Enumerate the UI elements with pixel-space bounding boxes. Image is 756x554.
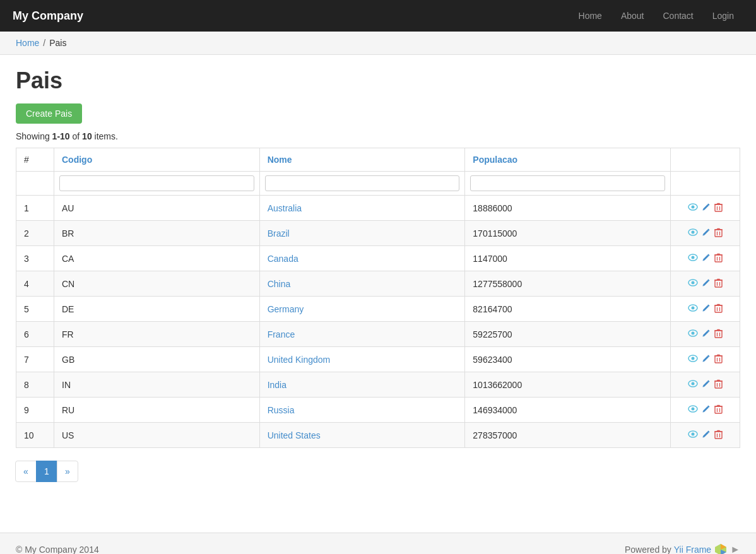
delete-icon[interactable]	[714, 278, 723, 290]
delete-icon[interactable]	[714, 203, 723, 214]
edit-icon[interactable]	[702, 430, 711, 440]
delete-icon[interactable]	[714, 228, 723, 239]
pencil-icon	[702, 379, 711, 388]
pagination-next-link[interactable]: »	[57, 461, 78, 482]
edit-icon[interactable]	[702, 203, 711, 213]
delete-icon[interactable]	[714, 379, 723, 391]
col-header-actions	[671, 148, 740, 172]
pencil-icon	[702, 430, 711, 439]
view-icon[interactable]	[688, 303, 698, 315]
sort-codigo[interactable]: Codigo	[62, 155, 92, 165]
sort-nome[interactable]: Nome	[268, 155, 292, 165]
table-row: 5 DE Germany 82164700	[16, 297, 740, 322]
cell-nome: Russia	[259, 398, 465, 423]
create-pais-button[interactable]: Create Pais	[16, 103, 82, 124]
cell-actions	[671, 398, 740, 423]
yii-label: Yii Frame	[674, 545, 711, 554]
svg-rect-29	[715, 280, 722, 287]
delete-icon[interactable]	[714, 404, 723, 416]
nav-link-login[interactable]: Login	[703, 0, 743, 32]
view-icon[interactable]	[688, 202, 698, 214]
trash-icon	[714, 203, 723, 212]
showing-total: 10	[82, 131, 92, 141]
svg-point-19	[692, 256, 695, 259]
showing-prefix: Showing	[16, 131, 52, 141]
eye-icon	[688, 252, 698, 262]
view-icon[interactable]	[688, 404, 698, 416]
filter-populacao-input[interactable]	[470, 175, 665, 191]
view-icon[interactable]	[688, 328, 698, 340]
svg-point-1	[692, 206, 695, 209]
cell-codigo: CN	[54, 271, 260, 297]
edit-icon[interactable]	[702, 228, 711, 239]
view-icon[interactable]	[688, 353, 698, 365]
edit-icon[interactable]	[702, 329, 711, 339]
svg-rect-11	[715, 230, 722, 237]
cell-nome: United Kingdom	[259, 347, 465, 372]
eye-icon	[688, 278, 698, 288]
cell-actions	[671, 423, 740, 448]
trash-icon	[714, 379, 723, 389]
nome-link[interactable]: United States	[268, 430, 321, 440]
nav-link-contact[interactable]: Contact	[653, 0, 702, 32]
nav-link-about[interactable]: About	[611, 0, 654, 32]
nome-link[interactable]: United Kingdom	[268, 355, 331, 365]
view-icon[interactable]	[688, 252, 698, 264]
svg-point-10	[692, 231, 695, 234]
cell-actions	[671, 297, 740, 322]
nome-link[interactable]: Germany	[268, 304, 304, 314]
edit-icon[interactable]	[702, 253, 711, 264]
col-header-nome: Nome	[259, 148, 465, 172]
view-icon[interactable]	[688, 379, 698, 391]
filter-nome-cell	[259, 172, 465, 196]
view-icon[interactable]	[688, 278, 698, 290]
edit-icon[interactable]	[702, 404, 711, 415]
delete-icon[interactable]	[714, 354, 723, 365]
nome-link[interactable]: Australia	[268, 203, 302, 213]
table-row: 1 AU Australia 18886000	[16, 196, 740, 221]
eye-icon	[688, 353, 698, 363]
nome-link[interactable]: Brazil	[268, 228, 290, 239]
cell-num: 10	[16, 423, 54, 448]
cell-codigo: FR	[54, 322, 260, 347]
sort-populacao[interactable]: Populacao	[473, 155, 517, 165]
nome-link[interactable]: India	[268, 380, 286, 390]
col-header-populacao: Populacao	[465, 148, 671, 172]
delete-icon[interactable]	[714, 329, 723, 340]
filter-nome-input[interactable]	[265, 175, 460, 191]
yii-link[interactable]: Yii Frame ►	[674, 545, 740, 554]
cell-populacao: 82164700	[465, 297, 671, 322]
nav-item-about: About	[611, 0, 654, 32]
navbar-brand[interactable]: My Company	[13, 9, 83, 23]
nome-link[interactable]: Russia	[268, 405, 295, 415]
delete-icon[interactable]	[714, 253, 723, 264]
nome-link[interactable]: Canada	[268, 254, 298, 264]
trash-icon	[714, 253, 723, 262]
cell-populacao: 59225700	[465, 322, 671, 347]
view-icon[interactable]	[688, 227, 698, 239]
cell-num: 2	[16, 221, 54, 246]
showing-suffix: items.	[92, 131, 118, 141]
nav-item-contact: Contact	[653, 0, 702, 32]
nome-link[interactable]: China	[268, 279, 291, 289]
pagination-prev-link[interactable]: «	[15, 461, 37, 482]
view-icon[interactable]	[688, 429, 698, 441]
cell-codigo: CA	[54, 246, 260, 271]
trash-icon	[714, 354, 723, 363]
breadcrumb-current: Pais	[49, 38, 66, 48]
edit-icon[interactable]	[702, 278, 711, 289]
pagination-next: »	[57, 461, 78, 482]
delete-icon[interactable]	[714, 430, 723, 441]
cell-actions	[671, 372, 740, 398]
edit-icon[interactable]	[702, 354, 711, 365]
edit-icon[interactable]	[702, 304, 711, 314]
delete-icon[interactable]	[714, 304, 723, 315]
filter-codigo-input[interactable]	[59, 175, 254, 191]
cell-populacao: 278357000	[465, 423, 671, 448]
edit-icon[interactable]	[702, 379, 711, 390]
nome-link[interactable]: France	[268, 329, 295, 339]
trash-icon	[714, 329, 723, 338]
svg-rect-74	[715, 406, 722, 413]
breadcrumb-home[interactable]: Home	[16, 38, 39, 48]
nav-link-home[interactable]: Home	[569, 0, 611, 32]
